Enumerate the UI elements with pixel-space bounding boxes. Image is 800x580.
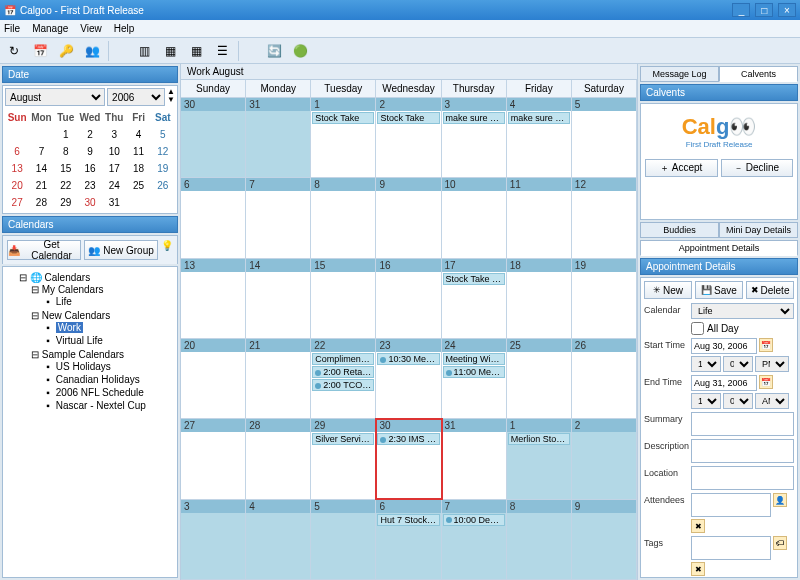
day-cell[interactable]: 27 (181, 419, 246, 498)
end-ampm[interactable]: AM (755, 393, 789, 409)
mini-calendar[interactable]: SunMonTueWedThuFriSat 123456789101112131… (5, 109, 175, 211)
tab-appointment-details[interactable]: Appointment Details (640, 240, 798, 256)
day-cell[interactable]: 21 (246, 339, 311, 418)
day-cell[interactable]: 302:30 IMS Me... (376, 419, 441, 498)
add-attendee-icon[interactable]: 👤 (773, 493, 787, 507)
day-cell[interactable]: 6Hut 7 Stock Take (376, 500, 441, 579)
event[interactable]: Stock Take (312, 112, 374, 124)
day-cell[interactable]: 24Meeting With KK11:00 Meeti... (442, 339, 507, 418)
calendar-picker-icon[interactable]: 📅 (759, 375, 773, 389)
event[interactable]: Hut 7 Stock Take (377, 514, 439, 526)
day-cell[interactable]: 20 (181, 339, 246, 418)
event[interactable]: 10:30 Meeti... (377, 353, 439, 365)
tab-miniday[interactable]: Mini Day Details (719, 222, 798, 238)
day-cell[interactable]: 4 (246, 500, 311, 579)
tree-item[interactable]: ▪ Nascar - Nextel Cup (43, 399, 173, 412)
event[interactable]: 10:00 Dept ... (443, 514, 505, 526)
tab-message-log[interactable]: Message Log (640, 66, 719, 82)
calendar-icon[interactable]: 📅 (30, 41, 50, 61)
minimize-button[interactable]: _ (732, 3, 750, 17)
day-cell[interactable]: 1Merlion Stock Take (507, 419, 572, 498)
event[interactable]: Stock Take (377, 112, 439, 124)
key-icon[interactable]: 🔑 (56, 41, 76, 61)
start-hour[interactable]: 11 (691, 356, 721, 372)
start-min[interactable]: 00 (723, 356, 753, 372)
day-cell[interactable]: 8 (311, 178, 376, 257)
day-cell[interactable]: 25 (507, 339, 572, 418)
end-hour[interactable]: 12 (691, 393, 721, 409)
day-cell[interactable]: 28 (246, 419, 311, 498)
menu-file[interactable]: File (4, 23, 20, 34)
day-cell[interactable]: 710:00 Dept ... (442, 500, 507, 579)
maximize-button[interactable]: □ (755, 3, 773, 17)
summary-input[interactable] (691, 412, 794, 436)
day-cell[interactable]: 4make sure Hut 7 ... (507, 98, 572, 177)
day-cell[interactable]: 5 (572, 98, 637, 177)
listview-icon[interactable]: ☰ (212, 41, 232, 61)
day-cell[interactable]: 26 (572, 339, 637, 418)
month-select[interactable]: August (5, 88, 105, 106)
day-cell[interactable]: 31 (442, 419, 507, 498)
monthview-icon[interactable]: ▦ (186, 41, 206, 61)
event[interactable]: 2:00 Retail S... (312, 366, 374, 378)
day-cell[interactable]: 10 (442, 178, 507, 257)
day-cell[interactable]: 29Silver Service A... (311, 419, 376, 498)
start-date-input[interactable] (691, 338, 757, 354)
day-cell[interactable]: 2310:30 Meeti... (376, 339, 441, 418)
day-cell[interactable]: 9 (376, 178, 441, 257)
event[interactable]: Merlion Stock Take (508, 433, 570, 445)
day-cell[interactable]: 2 (572, 419, 637, 498)
event[interactable]: 2:30 IMS Me... (377, 433, 439, 445)
menu-help[interactable]: Help (114, 23, 135, 34)
tree-item[interactable]: ▪ 2006 NFL Schedule (43, 386, 173, 399)
dayview-icon[interactable]: ▥ (134, 41, 154, 61)
calendar-tree[interactable]: ⊟ 🌐 Calendars ⊟ My Calendars▪ Life ⊟ New… (2, 266, 178, 578)
day-cell[interactable]: 3 (181, 500, 246, 579)
event[interactable]: 2:00 TCO De... (312, 379, 374, 391)
day-cell[interactable]: 6 (181, 178, 246, 257)
menu-manage[interactable]: Manage (32, 23, 68, 34)
tree-item[interactable]: ▪ Life (43, 295, 173, 308)
attendees-input[interactable] (691, 493, 771, 517)
day-cell[interactable]: 3make sure Hut 7 ... (442, 98, 507, 177)
remove-tag-icon[interactable]: ✖ (691, 562, 705, 576)
event[interactable]: Meeting With KK (443, 353, 505, 365)
google-icon[interactable]: 🟢 (290, 41, 310, 61)
sync-icon[interactable]: 🔄 (264, 41, 284, 61)
get-calendar-button[interactable]: 📥 Get Calendar (7, 240, 81, 260)
month-grid[interactable]: 30311Stock Take2Stock Take3make sure Hut… (181, 98, 637, 580)
day-cell[interactable]: 2Stock Take (376, 98, 441, 177)
location-input[interactable] (691, 466, 794, 490)
options-icon[interactable]: 💡 (161, 240, 173, 260)
day-cell[interactable]: 12 (572, 178, 637, 257)
day-cell[interactable]: 22Complimentary L...2:00 Retail S...2:00… (311, 339, 376, 418)
year-select[interactable]: 2006 (107, 88, 165, 106)
remove-attendee-icon[interactable]: ✖ (691, 519, 705, 533)
day-cell[interactable]: 13 (181, 259, 246, 338)
tree-item[interactable]: ▪ US Holidays (43, 360, 173, 373)
event[interactable]: Complimentary L... (312, 353, 374, 365)
day-cell[interactable]: 18 (507, 259, 572, 338)
menu-view[interactable]: View (80, 23, 102, 34)
end-date-input[interactable] (691, 375, 757, 391)
people-icon[interactable]: 👥 (82, 41, 102, 61)
calendar-select[interactable]: Life (691, 303, 794, 319)
tree-item[interactable]: ▪ Work (43, 321, 173, 334)
tab-calvents[interactable]: Calvents (719, 66, 798, 82)
end-min[interactable]: 00 (723, 393, 753, 409)
new-button[interactable]: ✳ New (644, 281, 692, 299)
start-ampm[interactable]: PM (755, 356, 789, 372)
weekview-icon[interactable]: ▦ (160, 41, 180, 61)
tab-buddies[interactable]: Buddies (640, 222, 719, 238)
event[interactable]: Stock Take at Hub3 (443, 273, 505, 285)
save-button[interactable]: 💾 Save (695, 281, 743, 299)
accept-button[interactable]: ＋ Accept (645, 159, 718, 177)
day-cell[interactable]: 15 (311, 259, 376, 338)
refresh-icon[interactable]: ↻ (4, 41, 24, 61)
tree-item[interactable]: ▪ Virtual Life (43, 334, 173, 347)
event[interactable]: make sure Hut 7 ... (443, 112, 505, 124)
day-cell[interactable]: 17Stock Take at Hub3 (442, 259, 507, 338)
new-group-button[interactable]: 👥 New Group (84, 240, 158, 260)
decline-button[interactable]: － Decline (721, 159, 794, 177)
day-cell[interactable]: 11 (507, 178, 572, 257)
